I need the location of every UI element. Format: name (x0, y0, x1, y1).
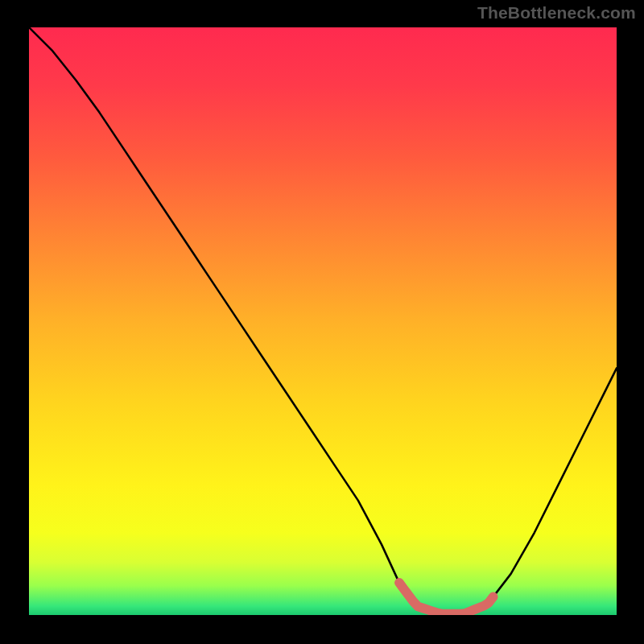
curve-line (29, 27, 617, 614)
highlight-segment (399, 583, 493, 614)
curve-plot (29, 27, 617, 615)
watermark-label: TheBottleneck.com (477, 3, 636, 23)
chart-frame: TheBottleneck.com (0, 0, 644, 644)
plot-area (29, 27, 617, 615)
